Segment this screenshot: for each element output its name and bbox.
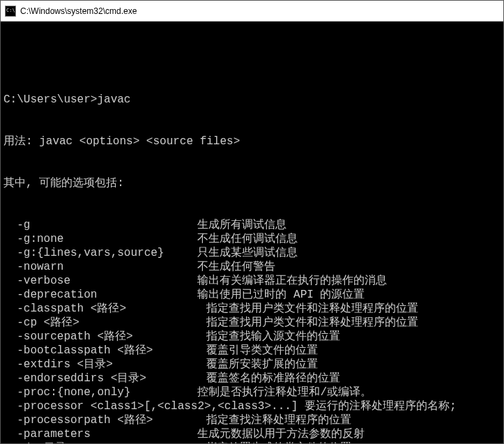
option-flag: -d <目录> — [3, 442, 206, 443]
option-line: -g 生成所有调试信息 — [3, 218, 501, 232]
option-line: -g:{lines,vars,source} 只生成某些调试信息 — [3, 246, 501, 260]
terminal-output[interactable]: C:\Users\user>javac 用法: javac <options> … — [1, 22, 503, 443]
intro-line: 其中, 可能的选项包括: — [3, 176, 501, 190]
option-flag: -g:none — [3, 233, 197, 245]
options-list: -g 生成所有调试信息 -g:none 不生成任何调试信息 -g:{lines,… — [3, 218, 501, 443]
option-flag: -bootclasspath <路径> — [3, 344, 206, 357]
option-flag: -proc:{none,only} — [3, 386, 197, 399]
option-line: -d <目录> 指定放置生成的类文件的位置 — [3, 441, 501, 443]
usage-line: 用法: javac <options> <source files> — [3, 135, 501, 148]
option-line: -endorseddirs <目录> 覆盖签名的标准路径的位置 — [3, 372, 501, 385]
option-flag: -nowarn — [3, 261, 197, 273]
option-line: -cp <路径> 指定查找用户类文件和注释处理程序的位置 — [3, 316, 501, 330]
option-desc: 覆盖签名的标准路径的位置 — [206, 372, 340, 385]
blank-line — [3, 51, 501, 65]
option-desc: 输出使用已过时的 API 的源位置 — [197, 289, 365, 301]
option-desc: 只生成某些调试信息 — [197, 247, 298, 259]
option-flag: -g — [3, 219, 197, 231]
option-flag: -sourcepath <路径> — [3, 330, 206, 343]
option-flag: -parameters — [3, 428, 197, 441]
prompt-line: C:\Users\user>javac — [3, 93, 501, 107]
option-line: -nowarn 不生成任何警告 — [3, 260, 501, 274]
option-line: -proc:{none,only} 控制是否执行注释处理和/或编译。 — [3, 385, 501, 399]
window-title: C:\Windows\system32\cmd.exe — [20, 6, 499, 16]
titlebar[interactable]: C:\ C:\Windows\system32\cmd.exe — [1, 1, 503, 22]
option-line: -processor <class1>[,<class2>,<class3>..… — [3, 399, 501, 413]
option-line: -processorpath <路径> 指定查找注释处理程序的位置 — [3, 413, 501, 427]
option-line: -deprecation 输出使用已过时的 API 的源位置 — [3, 288, 501, 302]
option-desc: 指定查找注释处理程序的位置 — [206, 414, 351, 427]
option-line: -g:none 不生成任何调试信息 — [3, 232, 501, 246]
option-line: -verbose 输出有关编译器正在执行的操作的消息 — [3, 274, 501, 288]
option-desc: 生成所有调试信息 — [197, 219, 287, 231]
prompt-path: C:\Users\user> — [3, 93, 97, 106]
option-desc: 要运行的注释处理程序的名称; — [305, 400, 457, 413]
option-desc: 控制是否执行注释处理和/或编译。 — [197, 386, 372, 399]
option-desc: 覆盖引导类文件的位置 — [206, 344, 318, 357]
option-line: -extdirs <目录> 覆盖所安装扩展的位置 — [3, 358, 501, 372]
option-line: -bootclasspath <路径> 覆盖引导类文件的位置 — [3, 344, 501, 358]
cmd-icon: C:\ — [5, 6, 16, 17]
option-desc: 输出有关编译器正在执行的操作的消息 — [197, 275, 387, 287]
option-desc: 指定查找输入源文件的位置 — [206, 330, 340, 343]
option-flag: -processor <class1>[,<class2>,<class3>..… — [3, 400, 305, 413]
option-flag: -classpath <路径> — [3, 303, 206, 315]
option-desc: 生成元数据以用于方法参数的反射 — [197, 428, 365, 441]
option-desc: 不生成任何调试信息 — [197, 233, 298, 245]
svg-text:C:\: C:\ — [6, 8, 15, 13]
option-flag: -cp <路径> — [3, 316, 206, 329]
option-line: -classpath <路径> 指定查找用户类文件和注释处理程序的位置 — [3, 302, 501, 316]
option-desc: 指定放置生成的类文件的位置 — [206, 442, 351, 443]
cmd-window: C:\ C:\Windows\system32\cmd.exe C:\Users… — [0, 0, 504, 444]
option-desc: 指定查找用户类文件和注释处理程序的位置 — [206, 303, 418, 315]
prompt-command: javac — [97, 93, 130, 106]
option-flag: -processorpath <路径> — [3, 414, 206, 427]
option-flag: -extdirs <目录> — [3, 358, 206, 371]
option-flag: -verbose — [3, 275, 197, 287]
option-line: -parameters 生成元数据以用于方法参数的反射 — [3, 427, 501, 441]
option-flag: -endorseddirs <目录> — [3, 372, 206, 385]
option-flag: -g:{lines,vars,source} — [3, 247, 197, 259]
option-desc: 指定查找用户类文件和注释处理程序的位置 — [206, 316, 418, 329]
option-line: -sourcepath <路径> 指定查找输入源文件的位置 — [3, 330, 501, 344]
option-desc: 覆盖所安装扩展的位置 — [206, 358, 318, 371]
option-desc: 不生成任何警告 — [197, 261, 275, 273]
option-flag: -deprecation — [3, 289, 197, 301]
